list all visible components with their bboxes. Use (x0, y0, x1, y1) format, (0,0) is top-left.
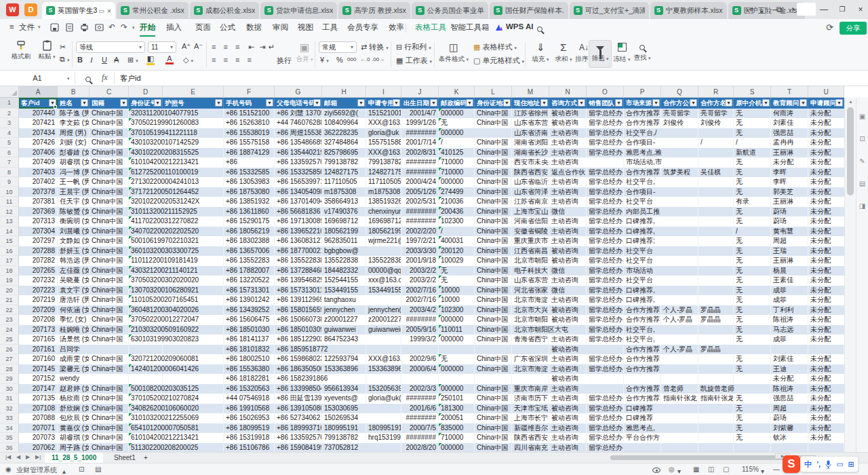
cell[interactable]: 唐浩轩 (男 (58, 295, 90, 305)
cell[interactable]: +86 15332585 (224, 168, 275, 178)
cell[interactable]: 合作方推荐 (624, 305, 661, 316)
cell[interactable]: 电子科技大 (512, 266, 549, 276)
cell[interactable]: 留学总经办 (587, 276, 624, 286)
cell[interactable]: 无 (734, 305, 771, 316)
cell[interactable]: 吴佳棋 (698, 168, 734, 178)
cell[interactable]: ######## (401, 394, 439, 404)
cell[interactable]: 无 (734, 207, 771, 217)
cell[interactable] (808, 345, 844, 355)
cell[interactable]: 117110505 (366, 177, 401, 187)
cell[interactable]: / (734, 138, 771, 148)
panel-icon-2[interactable]: ⊡ (856, 135, 868, 142)
cell[interactable]: China中国 (90, 168, 129, 178)
cell[interactable]: +86 1580156591 (275, 305, 322, 316)
sum-button[interactable]: Σ求和 ▾ (553, 40, 574, 68)
cell[interactable]: 主动咨询 (549, 138, 587, 148)
cell[interactable]: 000000 (439, 128, 475, 138)
upload-cloud-icon[interactable]: ⟳ (826, 22, 833, 33)
sheet-tab[interactable]: Sheet1 (107, 453, 142, 463)
cell[interactable]: 社交平台, (624, 335, 661, 345)
formula-input[interactable]: 客户id (120, 73, 141, 83)
cell[interactable]: China中国 (475, 216, 512, 227)
cell[interactable]: 2005/9/16 (401, 325, 439, 335)
row-number[interactable]: 21 (0, 295, 19, 305)
cell[interactable]: 无 (734, 286, 771, 296)
cell[interactable]: 无 (734, 177, 771, 187)
cell[interactable]: 留学总经办 (587, 325, 624, 335)
cell[interactable]: tanghaoxu (322, 295, 366, 305)
cell[interactable]: 152544155 (322, 276, 366, 286)
cell[interactable]: +86 1370140948 (275, 197, 322, 207)
cell[interactable]: 留学总经办 (587, 236, 624, 246)
cell[interactable]: 重庆市南岸 (512, 384, 549, 394)
cell[interactable]: 胡睿琪 (女 (58, 433, 90, 443)
target-icon[interactable]: ◎ (669, 466, 675, 473)
cell[interactable]: +86 13552283 (224, 256, 275, 266)
cell[interactable]: 207073 (19, 433, 58, 443)
header-cell[interactable]: 合作方公司▼ (661, 98, 698, 109)
cell[interactable] (661, 354, 698, 364)
cell[interactable]: 124827175 (322, 168, 366, 178)
cell[interactable] (661, 374, 698, 384)
cell[interactable]: 799138782 (322, 157, 366, 168)
cell[interactable]: 北京市大兴 (512, 305, 549, 316)
cell[interactable]: 122593794 (322, 354, 366, 364)
cell[interactable]: +86 19910568 (224, 404, 275, 414)
cell[interactable]: 被动咨询 (549, 109, 587, 119)
cell[interactable]: 2002/3/3 (401, 384, 439, 394)
cell[interactable]: 430321200211140121 (129, 266, 163, 276)
cell[interactable]: 主动咨询 (549, 335, 587, 345)
cell[interactable]: ######## (401, 413, 439, 423)
add-sheet-button[interactable]: + (141, 453, 151, 463)
cell[interactable] (475, 128, 512, 138)
cell[interactable]: China中国 (90, 256, 129, 266)
cell[interactable]: 无 (734, 354, 771, 364)
sogou-logo-icon[interactable]: S (783, 455, 800, 473)
cell[interactable]: 内部员工推 (624, 207, 661, 217)
cell[interactable]: 207165 (19, 335, 58, 345)
cell[interactable]: China中国 (90, 177, 129, 187)
cell[interactable]: 610104200212213421 (129, 157, 163, 168)
view-normal-icon[interactable]: ▦ (693, 466, 699, 473)
cell[interactable] (698, 276, 734, 286)
cell[interactable]: 未分配 (808, 295, 844, 305)
cell[interactable]: 2003/2/2 (401, 276, 439, 286)
cell[interactable]: China中国 (90, 118, 129, 128)
cell[interactable] (661, 216, 698, 227)
cell[interactable]: 150269534 (322, 413, 366, 423)
cell[interactable]: +86 15606475 (224, 315, 275, 325)
currency-icon[interactable]: ¥ ▾ (320, 56, 329, 64)
cell[interactable]: 留学总经办 (587, 354, 624, 364)
cell[interactable]: +86 15263810 (224, 118, 275, 128)
row-number[interactable]: 17 (0, 256, 19, 266)
cell[interactable]: 102300 (439, 216, 475, 227)
cell[interactable]: 未分配 (808, 168, 844, 178)
cell[interactable]: 山东省临沂 (512, 177, 549, 187)
cell[interactable]: +86 18101832 (224, 345, 275, 355)
cell[interactable]: 李文茹 (女 (58, 118, 90, 128)
table-style-button[interactable]: ▦ 表格样式 ▾ (473, 42, 517, 52)
find-button[interactable]: 查找 ▾ (632, 40, 652, 68)
row-number[interactable]: 11 (0, 197, 19, 207)
cell[interactable]: 留学总经办 (587, 207, 624, 217)
cell[interactable] (129, 374, 163, 384)
cell[interactable]: China中国 (475, 138, 512, 148)
cell[interactable]: 无 (734, 266, 771, 276)
close-tab-icon[interactable]: × (107, 7, 111, 15)
cell[interactable]: 吴晓蔓 (女 (58, 276, 90, 286)
cell[interactable]: 王迪 (771, 364, 808, 375)
target-chevron-icon[interactable]: ▾ (677, 468, 681, 475)
cell[interactable] (624, 443, 661, 453)
cell[interactable]: China中国 (475, 315, 512, 325)
print-icon[interactable] (80, 23, 89, 32)
cell[interactable]: 2002/7/16 (401, 286, 439, 296)
cell[interactable]: 留学总经办 (587, 138, 624, 148)
cell[interactable]: 无 (439, 266, 475, 276)
cell[interactable]: 任天宇 (女 (58, 197, 90, 207)
cell[interactable]: 山东省东营 (512, 118, 549, 128)
cell[interactable]: +86 18182281 (224, 374, 275, 384)
cell[interactable]: China中国 (475, 236, 512, 246)
cell[interactable]: 无 (734, 236, 771, 246)
cell[interactable]: +86 1396522100 (275, 227, 322, 237)
cell[interactable]: 151521001 (366, 109, 401, 119)
